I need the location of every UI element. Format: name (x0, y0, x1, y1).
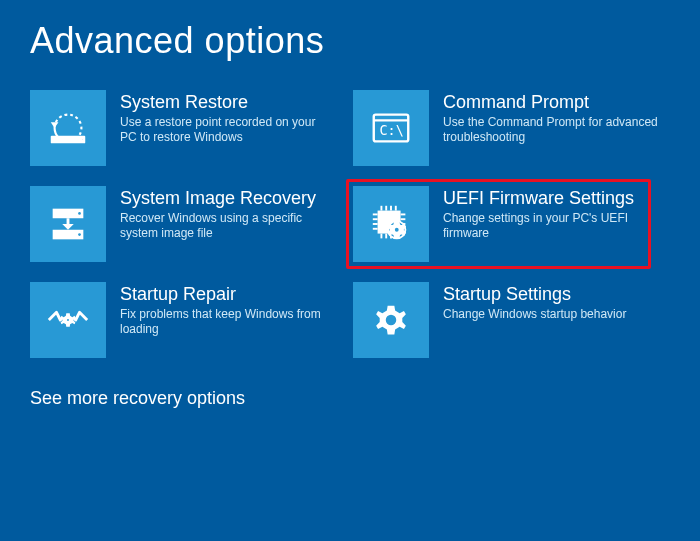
system-restore-icon (30, 90, 106, 166)
option-desc: Use the Command Prompt for advanced trou… (443, 115, 658, 146)
options-grid: System Restore Use a restore point recor… (30, 90, 670, 358)
startup-settings-icon (353, 282, 429, 358)
option-system-image-recovery[interactable]: System Image Recovery Recover Windows us… (30, 186, 335, 262)
svg-text:C:\: C:\ (380, 123, 404, 138)
svg-point-9 (78, 233, 81, 236)
option-command-prompt[interactable]: C:\ Command Prompt Use the Command Promp… (353, 90, 658, 166)
system-image-recovery-icon (30, 186, 106, 262)
svg-rect-1 (51, 136, 86, 144)
svg-point-2 (81, 138, 83, 140)
option-desc: Change settings in your PC's UEFI firmwa… (443, 211, 644, 242)
svg-point-31 (66, 318, 71, 323)
option-startup-settings[interactable]: Startup Settings Change Windows startup … (353, 282, 658, 358)
page-title: Advanced options (30, 20, 670, 62)
option-desc: Use a restore point recorded on your PC … (120, 115, 335, 146)
svg-marker-11 (62, 224, 74, 230)
option-title: Startup Settings (443, 284, 658, 305)
option-uefi-firmware-settings[interactable]: UEFI Firmware Settings Change settings i… (346, 179, 651, 269)
option-desc: Recover Windows using a specific system … (120, 211, 335, 242)
option-startup-repair[interactable]: Startup Repair Fix problems that keep Wi… (30, 282, 335, 358)
command-prompt-icon: C:\ (353, 90, 429, 166)
option-title: System Restore (120, 92, 335, 113)
option-title: UEFI Firmware Settings (443, 188, 644, 209)
option-title: Startup Repair (120, 284, 335, 305)
option-title: Command Prompt (443, 92, 658, 113)
svg-marker-0 (51, 122, 59, 128)
startup-repair-icon (30, 282, 106, 358)
see-more-link[interactable]: See more recovery options (30, 388, 670, 409)
option-desc: Fix problems that keep Windows from load… (120, 307, 335, 338)
svg-point-30 (394, 227, 400, 233)
uefi-firmware-icon (353, 186, 429, 262)
svg-point-8 (78, 212, 81, 215)
option-system-restore[interactable]: System Restore Use a restore point recor… (30, 90, 335, 166)
option-desc: Change Windows startup behavior (443, 307, 658, 323)
svg-point-32 (386, 315, 397, 326)
option-title: System Image Recovery (120, 188, 335, 209)
